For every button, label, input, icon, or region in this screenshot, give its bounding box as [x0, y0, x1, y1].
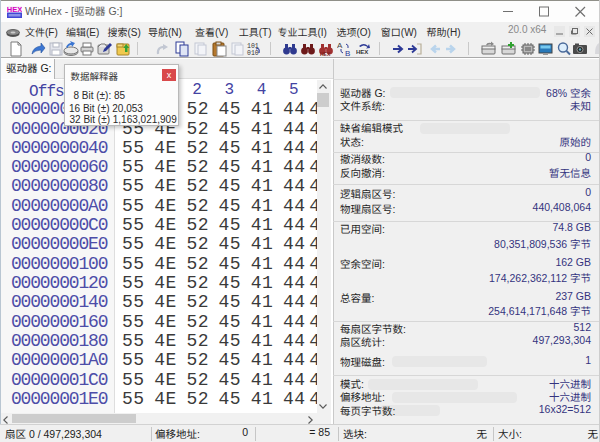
svg-text:010: 010 [247, 50, 259, 57]
svg-text:HEX: HEX [356, 49, 368, 55]
svg-text:HEX: HEX [320, 51, 331, 57]
svg-text:A: A [337, 41, 343, 50]
svg-text:B: B [345, 49, 350, 57]
